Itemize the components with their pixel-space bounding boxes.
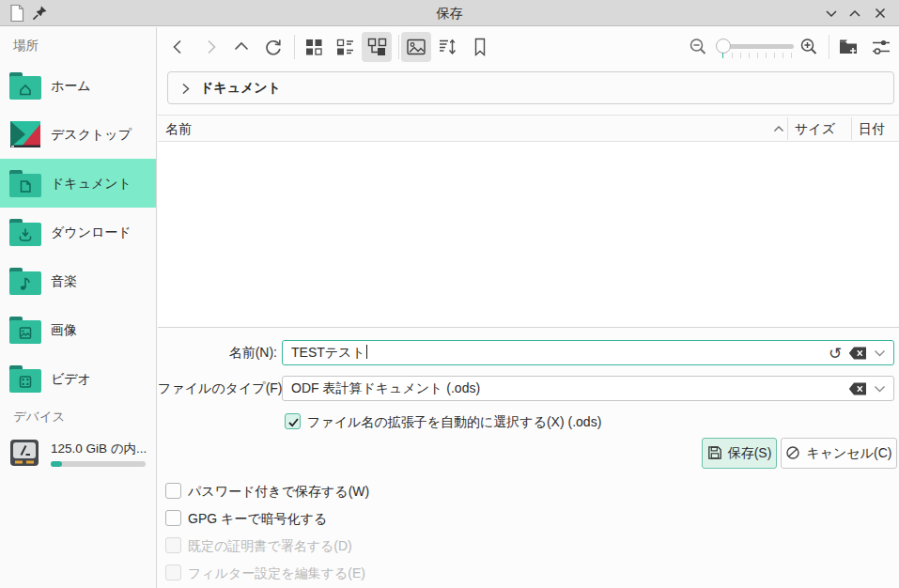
- auto-extension-label[interactable]: ファイル名の拡張子を自動的に選択する(X) (.ods): [307, 412, 601, 431]
- sidebar-item-label: ダウンロード: [51, 208, 132, 256]
- forward-icon[interactable]: [199, 36, 222, 58]
- sidebar-item-label: 音楽: [51, 256, 77, 305]
- gpg-encrypt-checkbox[interactable]: [165, 510, 181, 526]
- sidebar-item-videos[interactable]: ビデオ: [0, 354, 156, 403]
- documents-folder-icon: [8, 167, 42, 199]
- disk-usage-bar: [51, 461, 146, 467]
- toolbar: [158, 27, 899, 67]
- file-list[interactable]: [158, 142, 899, 327]
- chevron-down-icon[interactable]: [874, 349, 886, 358]
- back-icon[interactable]: [167, 36, 190, 58]
- zoom-slider[interactable]: [719, 44, 794, 49]
- desktop-icon: [8, 118, 42, 150]
- preview-icon: [405, 36, 427, 58]
- pictures-folder-icon: [8, 314, 42, 346]
- filename-input[interactable]: TESTテスト ↺: [282, 340, 894, 365]
- edit-filter-label: フィルター設定を編集する(E): [188, 564, 365, 582]
- toolbar-separator: [398, 35, 399, 59]
- up-icon[interactable]: [230, 36, 253, 58]
- preview-button[interactable]: [401, 32, 431, 62]
- save-form: 名前(N): TESTテスト ↺ ファイルのタイプ(F): ODF 表計算ドキュ…: [158, 327, 899, 588]
- column-divider[interactable]: [851, 117, 852, 140]
- cancel-button[interactable]: キャンセル(C): [781, 438, 897, 469]
- sidebar-item-desktop[interactable]: デスクトップ: [0, 110, 156, 159]
- minimize-icon[interactable]: [822, 4, 841, 23]
- bookmark-icon[interactable]: [469, 36, 491, 58]
- zoom-slider-ticks: [719, 53, 794, 58]
- sidebar-item-pictures[interactable]: 画像: [0, 305, 156, 354]
- devices-header: デバイス: [13, 407, 65, 427]
- toolbar-separator: [294, 35, 295, 59]
- list-header: 名前 サイズ 日付: [158, 115, 899, 142]
- compact-view-icon[interactable]: [333, 36, 356, 58]
- main-panel: ドキュメント 名前 サイズ 日付 名前(N): TESTテスト ↺: [158, 27, 899, 588]
- close-icon[interactable]: [871, 4, 890, 23]
- videos-folder-icon: [8, 363, 42, 395]
- sidebar-item-home[interactable]: ホーム: [0, 61, 156, 110]
- filetype-value: ODF 表計算ドキュメント (.ods): [291, 377, 480, 400]
- gpg-encrypt-label[interactable]: GPG キーで暗号化する: [188, 509, 327, 528]
- sidebar-item-downloads[interactable]: ダウンロード: [0, 208, 156, 256]
- home-folder-icon: [8, 70, 42, 101]
- chevron-down-icon[interactable]: [874, 385, 886, 394]
- column-header-size[interactable]: サイズ: [795, 116, 835, 142]
- edit-filter-checkbox: [165, 565, 181, 580]
- sidebar-item-documents[interactable]: ドキュメント: [0, 159, 156, 208]
- filename-label: 名前(N):: [158, 340, 277, 365]
- tree-view-icon: [365, 36, 388, 58]
- places-header: 場所: [13, 36, 39, 56]
- column-divider[interactable]: [787, 117, 788, 140]
- sidebar-item-label: ビデオ: [51, 354, 91, 403]
- sidebar-item-label: ホーム: [51, 61, 91, 110]
- zoom-out-icon[interactable]: [687, 36, 709, 58]
- sidebar-item-root-device[interactable]: 125.0 GiB の内...: [0, 433, 156, 480]
- maximize-icon[interactable]: [845, 4, 864, 23]
- breadcrumb-chevron-icon[interactable]: [181, 83, 191, 95]
- sign-certificate-label: 既定の証明書で署名する(D): [188, 536, 352, 555]
- sidebar-item-label: ドキュメント: [51, 159, 132, 208]
- auto-extension-checkbox[interactable]: [285, 413, 301, 429]
- device-label: 125.0 GiB の内...: [51, 441, 147, 457]
- options-icon[interactable]: [870, 36, 892, 58]
- toolbar-separator: [829, 35, 829, 59]
- breadcrumb-item-documents[interactable]: ドキュメント: [200, 72, 281, 103]
- filename-value: TESTテスト: [291, 341, 367, 364]
- icon-view-icon[interactable]: [302, 36, 325, 58]
- sidebar-item-music[interactable]: 音楽: [0, 256, 156, 305]
- password-save-checkbox[interactable]: [165, 483, 181, 499]
- sidebar-item-label: 画像: [51, 305, 77, 354]
- refresh-icon[interactable]: [262, 36, 285, 58]
- filetype-label: ファイルのタイプ(F):: [158, 376, 277, 401]
- zoom-in-icon[interactable]: [798, 36, 820, 58]
- filetype-select[interactable]: ODF 表計算ドキュメント (.ods): [282, 376, 894, 401]
- save-dialog-window: 保存 場所 ホーム デスクトップ ドキュ: [0, 0, 899, 588]
- tree-view-button[interactable]: [362, 32, 392, 62]
- downloads-folder-icon: [8, 216, 42, 248]
- sort-ascending-icon: [773, 125, 784, 132]
- save-button[interactable]: 保存(S): [702, 438, 777, 469]
- clear-text-icon[interactable]: [848, 347, 867, 360]
- titlebar[interactable]: 保存: [0, 0, 899, 26]
- places-panel: 場所 ホーム デスクトップ ドキュメント ダウンロード: [0, 27, 157, 588]
- column-header-date[interactable]: 日付: [859, 116, 885, 142]
- zoom-slider-handle[interactable]: [716, 39, 731, 54]
- sort-icon[interactable]: [437, 36, 459, 58]
- music-folder-icon: [8, 265, 42, 297]
- cancel-button-label: キャンセル(C): [806, 445, 891, 460]
- save-button-label: 保存(S): [728, 445, 772, 460]
- sign-certificate-checkbox: [165, 537, 181, 553]
- breadcrumb[interactable]: ドキュメント: [167, 71, 894, 104]
- clear-text-icon[interactable]: [848, 382, 867, 395]
- window-title: 保存: [0, 0, 899, 26]
- hard-drive-icon: [8, 437, 40, 469]
- sidebar-item-label: デスクトップ: [51, 110, 132, 159]
- text-caret: [366, 345, 368, 359]
- column-header-name[interactable]: 名前: [165, 116, 192, 142]
- password-save-label[interactable]: パスワード付きで保存する(W): [188, 482, 369, 501]
- new-folder-icon[interactable]: [837, 36, 860, 58]
- disk-usage-fill: [51, 461, 62, 467]
- undo-icon[interactable]: ↺: [826, 343, 845, 364]
- cancel-icon: [785, 445, 800, 460]
- save-disk-icon: [707, 445, 722, 460]
